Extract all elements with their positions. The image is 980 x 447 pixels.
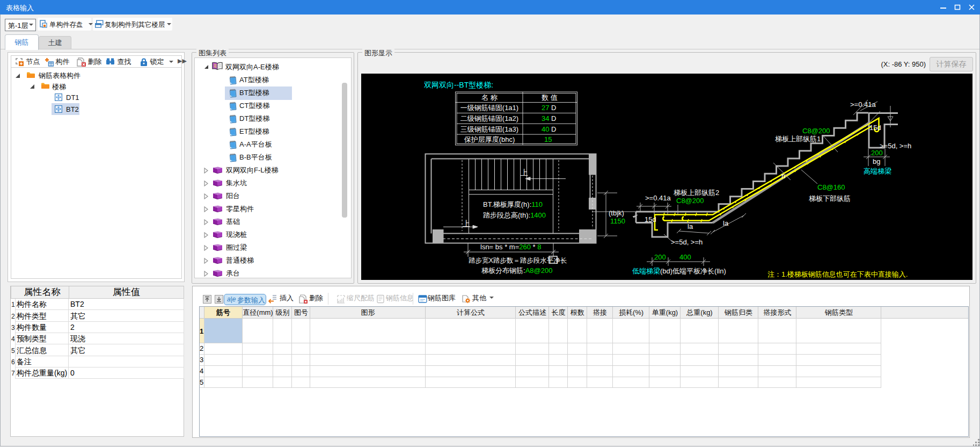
svg-text:15: 15 [544, 135, 552, 143]
svg-text:C8@160: C8@160 [817, 183, 845, 191]
svg-text:一级钢筋锚固(1a1): 一级钢筋锚固(1a1) [460, 104, 518, 112]
svg-text:高端梯梁: 高端梯梁 [864, 167, 891, 175]
svg-text:200: 200 [654, 253, 666, 261]
svg-text:二级钢筋锚固(1a2): 二级钢筋锚固(1a2) [460, 114, 518, 122]
svg-text:注：1.楼梯板钢筋信息也可在下表中直接输入.: 注：1.楼梯板钢筋信息也可在下表中直接输入. [767, 270, 908, 278]
svg-text:lsn= bs * m=260 * 8: lsn= bs * m=260 * 8 [480, 243, 542, 251]
svg-text:>=5d, >=h: >=5d, >=h [880, 142, 911, 150]
svg-text:15d: 15d [869, 124, 881, 132]
svg-text:梯板上部纵筋2: 梯板上部纵筋2 [674, 189, 719, 197]
svg-text:27 D: 27 D [542, 104, 556, 112]
svg-text:梯板分布钢筋:A8@200: 梯板分布钢筋:A8@200 [481, 266, 552, 275]
svg-text:(tbjk): (tbjk) [609, 209, 624, 217]
svg-text:C8@200: C8@200 [802, 127, 830, 135]
svg-text:踏步段总高(th):1400: 踏步段总高(th):1400 [483, 211, 546, 219]
svg-text:C8@200: C8@200 [676, 197, 704, 205]
svg-text:40 D: 40 D [542, 125, 556, 133]
svg-text:低端梯梁(bd)低端平板净长(lln): 低端梯梁(bd)低端平板净长(lln) [632, 267, 726, 275]
svg-text:400: 400 [679, 253, 691, 261]
svg-text:数 值: 数 值 [541, 93, 558, 102]
svg-text:梯板上部纵筋1: 梯板上部纵筋1 [775, 135, 821, 143]
svg-text:双网双向--BT型楼梯:: 双网双向--BT型楼梯: [424, 81, 493, 89]
svg-text:上: 上 [521, 168, 528, 177]
svg-text:200: 200 [871, 149, 883, 157]
svg-text:bg: bg [873, 157, 880, 165]
svg-text:名 称: 名 称 [481, 93, 498, 102]
svg-text:BT.梯板厚度(h):110: BT.梯板厚度(h):110 [483, 200, 543, 208]
svg-text:34 D: 34 D [542, 114, 556, 122]
svg-text:1150: 1150 [610, 217, 625, 225]
svg-text:梯板下部纵筋: 梯板下部纵筋 [809, 194, 851, 203]
svg-text:h: h [781, 172, 785, 180]
svg-text:>=0.41a: >=0.41a [645, 194, 671, 202]
svg-text:保护层厚度(bhc): 保护层厚度(bhc) [464, 135, 515, 143]
svg-text:15d: 15d [645, 215, 656, 224]
svg-text:>=0.41a: >=0.41a [850, 100, 876, 109]
svg-text:三级钢筋锚固(1a3): 三级钢筋锚固(1a3) [460, 125, 518, 133]
svg-text:上: 上 [463, 219, 470, 228]
svg-text:la: la [723, 219, 729, 227]
svg-text:la: la [688, 222, 693, 230]
svg-text:>=5d, >=h: >=5d, >=h [671, 238, 703, 246]
